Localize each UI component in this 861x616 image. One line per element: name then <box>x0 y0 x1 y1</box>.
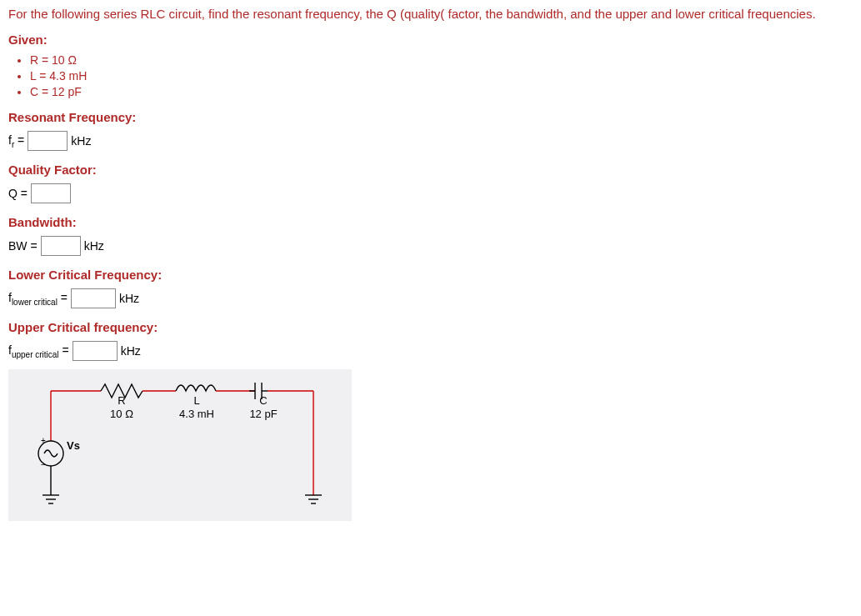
lower-input[interactable] <box>71 288 116 308</box>
problem-instruction: For the following series RLC circuit, fi… <box>8 7 853 21</box>
resonant-heading: Resonant Frequency: <box>8 110 853 124</box>
resonant-row: fr = kHz <box>8 131 853 151</box>
r-value: 10 Ω <box>110 408 133 420</box>
r-label: R <box>118 394 125 407</box>
given-list: R = 10 Ω L = 4.3 mH C = 12 pF <box>30 53 853 98</box>
given-item: L = 4.3 mH <box>30 69 853 83</box>
given-item: R = 10 Ω <box>30 53 853 67</box>
bandwidth-unit: kHz <box>84 239 104 253</box>
lower-label: flower critical = <box>8 291 68 307</box>
bandwidth-input[interactable] <box>41 236 81 256</box>
given-item: C = 12 pF <box>30 85 853 98</box>
quality-heading: Quality Factor: <box>8 163 853 177</box>
quality-row: Q = <box>8 183 853 203</box>
source-plus: + <box>41 436 46 445</box>
upper-row: fupper critical = kHz <box>8 341 853 361</box>
source-minus: − <box>41 460 46 469</box>
upper-label: fupper critical = <box>8 343 69 359</box>
resonant-label: fr = <box>8 133 24 149</box>
l-label: L <box>193 394 199 407</box>
bandwidth-row: BW = kHz <box>8 236 853 256</box>
upper-unit: kHz <box>121 344 141 358</box>
circuit-svg: R 10 Ω L 4.3 mH C 12 pF + − Vs <box>13 374 338 516</box>
given-heading: Given: <box>8 33 853 47</box>
upper-input[interactable] <box>73 341 118 361</box>
circuit-diagram: R 10 Ω L 4.3 mH C 12 pF + − Vs <box>8 369 352 521</box>
bandwidth-label: BW = <box>8 239 38 253</box>
quality-input[interactable] <box>31 183 71 203</box>
vs-label: Vs <box>67 439 80 452</box>
lower-row: flower critical = kHz <box>8 288 853 308</box>
lower-unit: kHz <box>119 292 139 305</box>
c-value: 12 pF <box>249 408 277 420</box>
quality-label: Q = <box>8 187 28 200</box>
resonant-input[interactable] <box>28 131 68 151</box>
l-value: 4.3 mH <box>179 408 214 420</box>
lower-heading: Lower Critical Frequency: <box>8 268 853 282</box>
resonant-unit: kHz <box>71 134 91 148</box>
upper-heading: Upper Critical frequency: <box>8 320 853 334</box>
c-label: C <box>259 394 267 407</box>
bandwidth-heading: Bandwidth: <box>8 215 853 229</box>
